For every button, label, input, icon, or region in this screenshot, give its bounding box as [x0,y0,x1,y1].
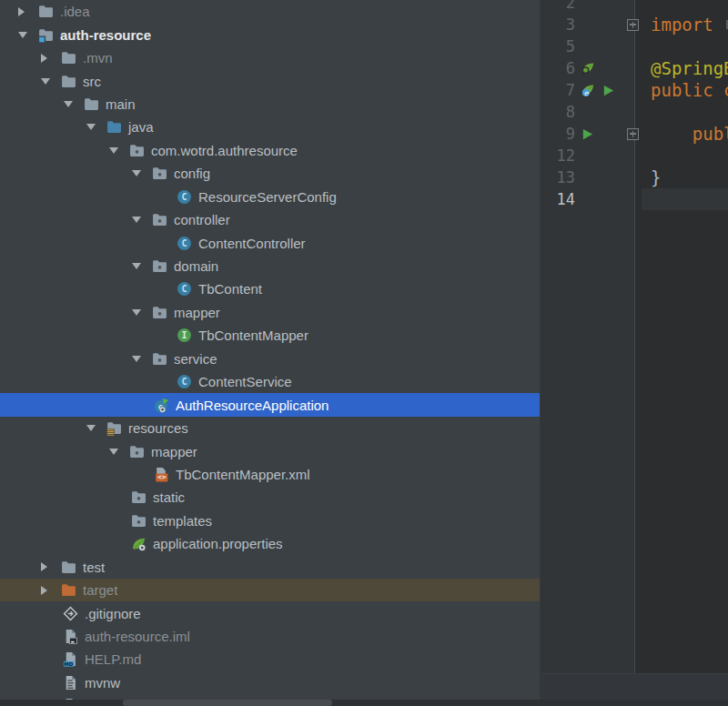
tree-row-contentcontroller[interactable]: CContentController [0,231,540,254]
collapse-arrow-icon[interactable] [86,425,106,431]
source-folder-icon [106,119,122,135]
tree-item-label: auth-resource.iml [85,629,190,644]
code-line-text[interactable] [642,188,728,210]
tree-row-contentservice[interactable]: CContentService [0,370,540,393]
collapse-arrow-icon[interactable] [64,101,84,107]
tree-row-config[interactable]: config [0,162,540,185]
tree-row-com-wotrd-authresource[interactable]: com.wotrd.authresource [0,139,540,162]
editor-line-7[interactable]: 7epublic c [541,79,728,101]
fold-column [624,19,642,31]
package-folder-icon [152,166,167,181]
tree-row-static[interactable]: static [0,486,540,509]
tree-item-label: test [83,560,105,575]
svg-text:<>: <> [157,473,167,481]
code-line-text[interactable]: } [642,166,728,188]
fold-marker-icon[interactable] [627,19,639,31]
tree-row-auth-resource-iml[interactable]: auth-resource.iml [0,625,540,648]
collapse-arrow-icon[interactable] [132,263,152,269]
horizontal-scrollbar[interactable] [0,700,728,706]
tree-row-domain[interactable]: domain [0,255,540,277]
collapse-arrow-icon[interactable] [109,147,129,154]
line-number: 14 [541,190,575,208]
tree-row-main[interactable]: main [0,93,540,116]
interface-icon: I [177,328,192,343]
editor-pane[interactable]: 23import 56@SpringB7epublic c89 publ1213… [541,0,728,673]
gutter-icon-area [575,126,624,141]
tree-row-mapper[interactable]: mapper [0,301,540,324]
tree-row-auth-resource[interactable]: auth-resource [0,23,540,45]
tree-row-target[interactable]: target [0,579,540,601]
tree-item-label: config [174,166,210,181]
tree-row-tbcontent[interactable]: CTbContent [0,277,540,300]
collapse-arrow-icon[interactable] [132,217,152,223]
tree-item-label: controller [174,212,230,227]
editor-line-12[interactable]: 12 [541,145,728,166]
tree-row-resourceserverconfig[interactable]: CResourceServerConfig [0,186,540,208]
tree-item-label: ContentService [198,374,292,389]
collapse-arrow-icon[interactable] [132,170,152,176]
tree-row-resources[interactable]: resources [0,417,540,439]
xml-file-icon: <> [154,467,169,482]
editor-line-9[interactable]: 9 publ [541,123,728,145]
code-line-text[interactable] [642,0,728,14]
code-line-text[interactable]: import [642,14,728,35]
collapse-arrow-icon[interactable] [41,78,61,85]
spring-bean-icon[interactable] [581,61,602,76]
editor-line-3[interactable]: 3import [541,14,728,35]
tree-row-authresourceapplication[interactable]: cAuthResourceApplication [0,393,540,416]
editor-line-13[interactable]: 13} [541,166,728,188]
tree-row-templates[interactable]: templates [0,509,540,532]
expand-arrow-icon[interactable] [18,7,38,16]
code-line-text[interactable]: public c [642,79,728,101]
run-icon[interactable] [581,126,602,141]
expand-arrow-icon[interactable] [41,562,61,571]
tree-row-mvnw[interactable]: mvnw [0,671,540,694]
code-line-text[interactable]: publ [642,123,728,145]
spring-boot-run-icon[interactable]: e [581,83,602,97]
expand-arrow-icon[interactable] [41,54,61,63]
tree-row-mvn[interactable]: .mvn [0,46,540,69]
expand-arrow-icon[interactable] [41,586,61,595]
fold-marker-icon[interactable] [627,128,639,140]
tree-row-tbcontentmapper[interactable]: ITbContentMapper [0,324,540,347]
code-token: import [651,15,723,35]
tree-row-gitignore[interactable]: .gitignore [0,601,540,624]
tree-row-controller[interactable]: controller [0,208,540,231]
line-number: 5 [541,37,575,55]
tree-item-label: java [128,119,154,135]
editor-line-6[interactable]: 6@SpringB [541,57,728,79]
editor-line-8[interactable]: 8 [541,101,728,123]
package-folder-icon [131,513,147,529]
collapse-arrow-icon[interactable] [86,124,106,130]
tree-row-tbcontentmapper-xml[interactable]: <>TbContentMapper.xml [0,463,540,486]
code-line-text[interactable]: @SpringB [642,57,728,79]
horizontal-scrollbar-thumb[interactable] [123,700,332,706]
tree-row-help-md[interactable]: MDHELP.md [0,648,540,671]
tree-row-application-properties[interactable]: application.properties [0,532,540,555]
line-number: 2 [541,0,575,12]
tree-row-test[interactable]: test [0,556,540,579]
code-line-text[interactable] [642,35,728,57]
tree-row-java[interactable]: java [0,116,540,138]
tree-item-label: .idea [60,4,90,19]
editor-line-14[interactable]: 14 [541,188,728,210]
tree-item-label: ContentController [198,236,306,251]
collapse-arrow-icon[interactable] [109,449,129,455]
run-icon[interactable] [602,83,622,97]
collapse-arrow-icon[interactable] [18,32,38,38]
tree-item-label: TbContentMapper.xml [176,467,310,482]
package-folder-icon [129,444,145,459]
editor-line-2[interactable]: 2 [541,0,728,14]
code-line-text[interactable] [642,101,728,123]
class-icon: C [177,189,192,205]
collapse-arrow-icon[interactable] [132,356,152,362]
text-file-icon [63,675,78,691]
collapse-arrow-icon[interactable] [132,309,152,316]
code-line-text[interactable] [642,145,728,166]
editor-line-5[interactable]: 5 [541,35,728,57]
tree-row-idea[interactable]: .idea [0,0,540,23]
svg-text:MD: MD [64,661,73,667]
tree-row-service[interactable]: service [0,348,540,370]
tree-row-src[interactable]: src [0,69,540,92]
tree-row-mapper[interactable]: mapper [0,439,540,462]
